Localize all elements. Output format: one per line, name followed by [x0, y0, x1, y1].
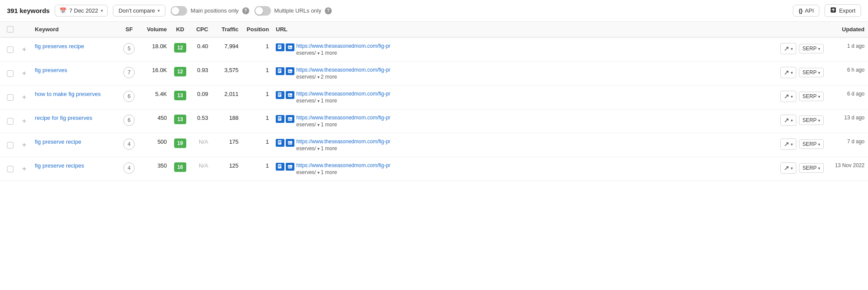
add-keyword-button[interactable]: + [20, 141, 28, 148]
serp-button[interactable]: SERP ▾ [799, 115, 824, 125]
calendar-icon: 📅 [59, 7, 66, 14]
url-link[interactable]: https://www.theseasonedmom.com/fig-pr [296, 162, 390, 168]
position-column-header[interactable]: Position [242, 22, 272, 37]
volume-column-header[interactable]: Volume [140, 22, 170, 37]
row-checkbox[interactable] [7, 118, 13, 125]
row-checkbox[interactable] [7, 166, 13, 172]
trend-button[interactable]: ↗ ▾ [780, 43, 796, 54]
add-keyword-button[interactable]: + [20, 93, 28, 101]
actions-cell: ↗ ▾ SERP ▾ [777, 37, 829, 62]
checkbox-cell [0, 133, 17, 157]
main-positions-toggle[interactable] [171, 6, 187, 16]
traffic-cell: 188 [211, 109, 242, 133]
url-display2: eserves/ [296, 98, 316, 104]
table-row: + fig preserve recipes 4 350 16 N/A 125 … [0, 157, 868, 181]
select-all-checkbox[interactable] [7, 26, 13, 33]
url-more-button[interactable]: eserves/ ▾ 1 more [296, 50, 390, 56]
compare-button[interactable]: Don't compare ▾ [113, 5, 165, 16]
trend-chart-icon: ↗ [784, 116, 789, 124]
keyword-link[interactable]: recipe for fig preserves [35, 115, 92, 121]
kd-cell: 12 [170, 37, 190, 62]
updated-cell: 13 d ago [829, 109, 868, 133]
svg-rect-11 [288, 69, 292, 73]
date-picker-button[interactable]: 📅 7 Dec 2022 ▾ [55, 5, 108, 16]
table-row: + how to make fig preserves 6 5.4K 13 0.… [0, 86, 868, 109]
add-keyword-button[interactable]: + [20, 165, 28, 172]
url-link[interactable]: https://www.theseasonedmom.com/fig-pr [296, 138, 390, 145]
url-more-button[interactable]: eserves/ ▾ 1 more [296, 98, 390, 104]
url-more-button[interactable]: eserves/ ▾ 1 more [296, 122, 390, 128]
kd-badge: 12 [174, 43, 186, 53]
serp-chevron-icon: ▾ [818, 70, 820, 75]
add-keyword-button[interactable]: + [20, 69, 28, 77]
serp-chevron-icon: ▾ [818, 46, 820, 51]
serp-button[interactable]: SERP ▾ [799, 44, 824, 53]
export-button[interactable]: Export [825, 4, 861, 17]
row-checkbox[interactable] [7, 46, 13, 53]
keyword-link[interactable]: how to make fig preserves [35, 91, 101, 97]
serp-button[interactable]: SERP ▾ [799, 139, 824, 149]
actions-cell: ↗ ▾ SERP ▾ [777, 109, 829, 133]
api-button[interactable]: {} API [793, 5, 819, 16]
serp-label: SERP [802, 93, 817, 99]
cpc-cell: 0.09 [190, 86, 211, 109]
sf-cell: 4 [118, 157, 140, 181]
trend-button[interactable]: ↗ ▾ [780, 67, 796, 78]
trend-button[interactable]: ↗ ▾ [780, 115, 796, 126]
position-cell: 1 [242, 109, 272, 133]
url-cell: https://www.theseasonedmom.com/fig-pr es… [272, 86, 777, 109]
row-checkbox[interactable] [7, 142, 13, 148]
add-header [17, 22, 31, 37]
url-link[interactable]: https://www.theseasonedmom.com/fig-pr [296, 91, 390, 97]
serp-button[interactable]: SERP ▾ [799, 68, 824, 77]
actions-column-header [777, 22, 829, 37]
volume-cell: 5.4K [140, 86, 170, 109]
trend-button[interactable]: ↗ ▾ [780, 162, 796, 174]
keyword-link[interactable]: fig preserve recipe [35, 138, 81, 145]
url-icons [276, 163, 294, 171]
url-more-button[interactable]: eserves/ ▾ 2 more [296, 74, 390, 80]
keywords-table: Keyword SF Volume KD CPC Traffic Positio… [0, 22, 868, 181]
multiple-urls-toggle[interactable] [254, 6, 271, 16]
keyword-link[interactable]: fig preserves recipe [35, 43, 84, 49]
url-more-arrow-icon: ▾ [317, 51, 320, 56]
position-cell: 1 [242, 62, 272, 86]
svg-rect-21 [278, 118, 281, 119]
keyword-link[interactable]: fig preserves [35, 67, 67, 73]
trend-button[interactable]: ↗ ▾ [780, 91, 796, 102]
add-cell: + [17, 86, 31, 109]
trend-chevron-icon: ▾ [791, 118, 793, 123]
add-cell: + [17, 109, 31, 133]
kd-column-header[interactable]: KD [170, 22, 190, 37]
serp-button[interactable]: SERP ▾ [799, 92, 824, 101]
multiple-urls-help-icon[interactable]: ? [325, 7, 332, 14]
row-checkbox[interactable] [7, 70, 13, 77]
url-more-count: 1 more [321, 145, 337, 152]
svg-rect-26 [278, 141, 281, 142]
keyword-link[interactable]: fig preserve recipes [35, 162, 84, 169]
actions-cell: ↗ ▾ SERP ▾ [777, 157, 829, 181]
url-link[interactable]: https://www.theseasonedmom.com/fig-pr [296, 67, 390, 73]
url-link[interactable]: https://www.theseasonedmom.com/fig-pr [296, 43, 390, 49]
keyword-cell: fig preserve recipes [31, 157, 118, 181]
row-checkbox[interactable] [7, 94, 13, 101]
compare-chevron-icon: ▾ [158, 8, 160, 13]
cpc-cell: 0.93 [190, 62, 211, 86]
kd-cell: 16 [170, 157, 190, 181]
serp-button[interactable]: SERP ▾ [799, 163, 824, 173]
url-more-button[interactable]: eserves/ ▾ 1 more [296, 145, 390, 152]
sf-column-header[interactable]: SF [118, 22, 140, 37]
url-more-button[interactable]: eserves/ ▾ 1 more [296, 169, 390, 175]
position-cell: 1 [242, 133, 272, 157]
trend-button[interactable]: ↗ ▾ [780, 138, 796, 150]
add-keyword-button[interactable]: + [20, 46, 28, 53]
traffic-cell: 125 [211, 157, 242, 181]
trend-chart-icon: ↗ [784, 45, 789, 53]
traffic-column-header[interactable]: Traffic [211, 22, 242, 37]
add-keyword-button[interactable]: + [20, 117, 28, 125]
main-positions-help-icon[interactable]: ? [242, 7, 249, 14]
cpc-column-header[interactable]: CPC [190, 22, 211, 37]
keyword-cell: recipe for fig preserves [31, 109, 118, 133]
url-link[interactable]: https://www.theseasonedmom.com/fig-pr [296, 115, 390, 121]
svg-rect-15 [278, 94, 281, 95]
